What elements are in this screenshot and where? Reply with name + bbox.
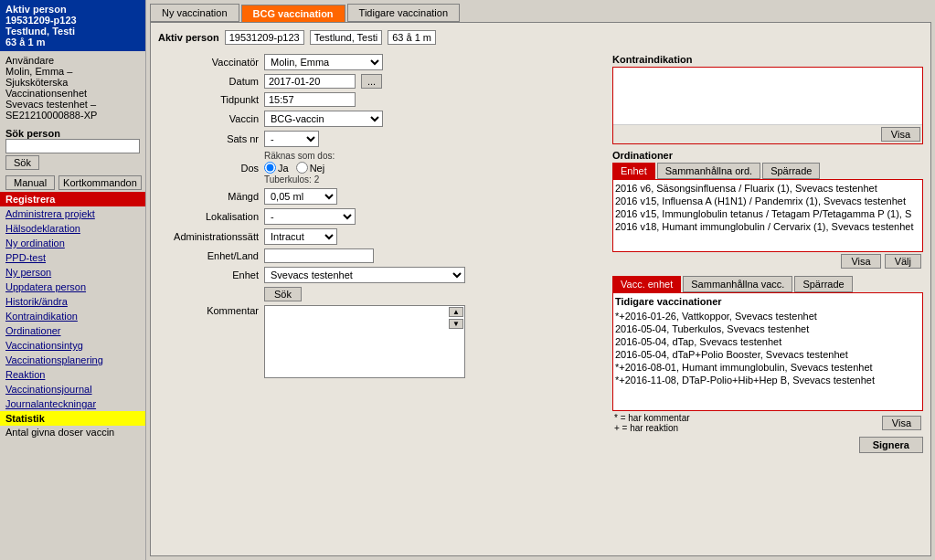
lokalisation-row: Lokalisation - — [158, 208, 601, 225]
active-person-age: 63 å 1 m — [5, 37, 140, 48]
datum-input[interactable] — [264, 74, 356, 89]
vaccintor-select[interactable]: Molin, Emma — [264, 54, 383, 70]
ord-visa-button[interactable]: Visa — [841, 254, 880, 269]
datum-picker-button[interactable]: ... — [361, 74, 382, 89]
enhet-land-label: Enhet/Land — [158, 250, 259, 261]
vacc-tabs: Vacc. enhet Sammanhållna vacc. Spärrade — [612, 276, 923, 292]
tidpunkt-label: Tidpunkt — [158, 94, 259, 105]
form-layout: Vaccinatör Molin, Emma Datum ... — [158, 54, 923, 548]
vacc-item-1[interactable]: 2016-05-04, Tuberkulos, Svevacs testenhe… — [615, 322, 920, 335]
unit-name: Svevacs testenhet – — [5, 99, 140, 110]
vacc-item-0[interactable]: *+2016-01-26, Vattkoppor, Svevacs testen… — [615, 310, 920, 322]
tidpunkt-input[interactable] — [264, 92, 356, 107]
sidebar-item-ordinationer[interactable]: Ordinationer — [0, 323, 145, 338]
sidebar-item-reaktion[interactable]: Reaktion — [0, 367, 145, 382]
active-person-bar: Aktiv person 19531209-p123 Testlund, Tes… — [158, 30, 923, 45]
sidebar-item-journalanteckningar[interactable]: Journalanteckningar — [0, 396, 145, 411]
active-person-bar-name: Testlund, Testi — [310, 30, 383, 45]
sidebar-item-historik[interactable]: Historik/ändra — [0, 294, 145, 309]
kortkommandon-button[interactable]: Kortkommandon — [58, 175, 142, 190]
kommentar-label: Kommentar — [158, 305, 259, 316]
user-label: Användare — [5, 55, 140, 66]
admin-select[interactable]: Intracut — [264, 228, 337, 245]
vacc-list: Tidigare vaccinationer *+2016-01-26, Vat… — [612, 292, 923, 411]
tab-bcg-vaccination[interactable]: BCG vaccination — [241, 5, 345, 22]
kontraindikation-visa-button[interactable]: Visa — [881, 127, 920, 142]
enhet-select[interactable]: Svevacs testenhet — [264, 267, 465, 283]
vaccintor-row: Vaccinatör Molin, Emma — [158, 54, 601, 70]
sidebar-item-statistik[interactable]: Statistik — [0, 411, 145, 426]
kontraindikation-textarea[interactable] — [613, 68, 922, 122]
kontraindikation-title: Kontraindikation — [612, 54, 923, 65]
mangd-select[interactable]: 0,05 ml — [264, 188, 337, 205]
sats-select[interactable]: - — [264, 131, 319, 147]
active-person-bar-id: 19531209-p123 — [225, 30, 304, 45]
ord-item-2[interactable]: 2016 v15, Immunglobulin tetanus / Tetaga… — [615, 207, 920, 220]
sidebar-item-ppd-test[interactable]: PPD-test — [0, 250, 145, 265]
active-person-header: Aktiv person 19531209-p123 Testlund, Tes… — [0, 0, 145, 51]
enhet-land-row: Enhet/Land — [158, 248, 601, 263]
ord-tab-sammanhallna[interactable]: Sammanhållna ord. — [657, 163, 760, 179]
vacc-tab-enhet[interactable]: Vacc. enhet — [612, 276, 681, 292]
sidebar-item-vaccinationsplanering[interactable]: Vaccinationsplanering — [0, 353, 145, 367]
sidebar-item-ny-person[interactable]: Ny person — [0, 265, 145, 280]
sidebar-item-ny-ordination[interactable]: Ny ordination — [0, 236, 145, 250]
sidebar-item-kontraindikation[interactable]: Kontraindikation — [0, 309, 145, 323]
sidebar-item-uppdatera-person[interactable]: Uppdatera person — [0, 280, 145, 294]
dos-label: Dos — [158, 163, 259, 174]
ord-item-1[interactable]: 2016 v15, Influensa A (H1N1) / Pandemrix… — [615, 195, 920, 207]
signera-button[interactable]: Signera — [859, 437, 923, 453]
dos-ja-label[interactable]: Ja — [264, 162, 289, 174]
sok-button[interactable]: Sök — [264, 287, 302, 301]
kontraindikation-box: Visa — [612, 67, 923, 144]
vaccin-select[interactable]: BCG-vaccin — [264, 111, 383, 127]
active-person-name: Testlund, Testi — [5, 26, 140, 37]
sidebar-item-halsodeklaration[interactable]: Hälsodeklaration — [0, 221, 145, 236]
vaccintor-label: Vaccinatör — [158, 57, 259, 68]
kontraindikation-section: Kontraindikation Visa — [612, 54, 923, 144]
tab-ny-vaccination[interactable]: Ny vaccination — [150, 4, 239, 22]
admin-row: Administrationssätt Intracut — [158, 228, 601, 245]
sidebar-item-administrera-projekt[interactable]: Administrera projekt — [0, 206, 145, 221]
lokalisation-select[interactable]: - — [264, 208, 356, 225]
kommentar-textarea[interactable] — [264, 305, 465, 378]
vacc-legend-star: * = har kommentar — [614, 413, 690, 423]
sidebar-nav: Registrera Administrera projekt Hälsodek… — [0, 192, 145, 560]
ord-action-row: Visa Välj — [612, 252, 923, 270]
dos-ja-radio[interactable] — [264, 162, 276, 174]
vacc-tab-sammanhallna[interactable]: Sammanhållna vacc. — [683, 276, 792, 292]
sidebar: Aktiv person 19531209-p123 Testlund, Tes… — [0, 0, 146, 560]
scroll-up-button[interactable]: ▲ — [449, 307, 463, 317]
vacc-item-3[interactable]: 2016-05-04, dTaP+Polio Booster, Svevacs … — [615, 348, 920, 361]
mangd-row: Mängd 0,05 ml — [158, 188, 601, 205]
vacc-item-5[interactable]: *+2016-11-08, DTaP-Polio+Hib+Hep B, Svev… — [615, 374, 920, 386]
ord-valj-button[interactable]: Välj — [885, 254, 921, 269]
sidebar-item-vaccinationsjournal[interactable]: Vaccinationsjournal — [0, 382, 145, 396]
ord-item-0[interactable]: 2016 v6, Säsongsinfluensa / Fluarix (1),… — [615, 182, 920, 195]
enhet-label: Enhet — [158, 269, 259, 280]
active-person-bar-label: Aktiv person — [158, 32, 219, 43]
search-input[interactable] — [5, 139, 140, 153]
scroll-down-button[interactable]: ▼ — [449, 319, 463, 329]
vacc-visa-button[interactable]: Visa — [882, 416, 921, 430]
registrera-header[interactable]: Registrera — [0, 192, 145, 206]
manual-button[interactable]: Manual — [5, 175, 55, 190]
admin-label: Administrationssätt — [158, 231, 259, 242]
tab-tidigare-vaccination[interactable]: Tidigare vaccination — [347, 4, 460, 22]
vacc-item-4[interactable]: *+2016-08-01, Humant immunglobulin, Svev… — [615, 361, 920, 374]
user-name: Molin, Emma – — [5, 66, 140, 77]
dos-nej-label[interactable]: Nej — [296, 162, 325, 174]
signera-row: Signera — [612, 435, 923, 453]
ord-tab-sparrade[interactable]: Spärrade — [762, 163, 820, 179]
vacc-tab-sparrade[interactable]: Spärrade — [794, 276, 852, 292]
sidebar-item-vaccinationsintyg[interactable]: Vaccinationsintyg — [0, 338, 145, 353]
datum-row: Datum ... — [158, 74, 601, 89]
dos-nej-radio[interactable] — [296, 162, 308, 174]
active-person-id: 19531209-p123 — [5, 15, 140, 26]
search-button[interactable]: Sök — [5, 155, 39, 170]
vacc-item-2[interactable]: 2016-05-04, dTap, Svevacs testenhet — [615, 335, 920, 348]
enhet-land-input[interactable] — [264, 248, 374, 263]
ord-tabs: Enhet Sammanhållna ord. Spärrade — [612, 163, 923, 179]
ord-tab-enhet[interactable]: Enhet — [612, 163, 655, 179]
ord-item-3[interactable]: 2016 v18, Humant immunglobulin / Cervari… — [615, 220, 920, 233]
